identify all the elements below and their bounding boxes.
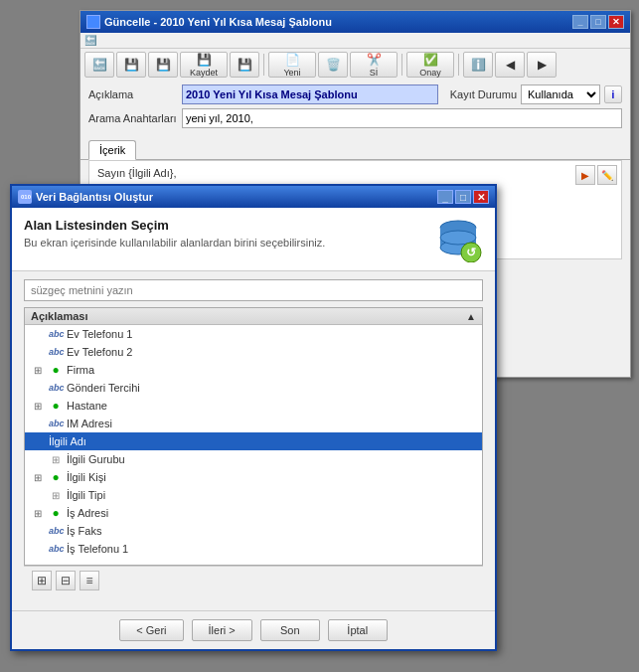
list-view-btn[interactable]: ≡ xyxy=(80,571,99,590)
abc-icon: abc xyxy=(49,526,63,536)
tab-nav-btns: ▶ ✏️ xyxy=(575,165,617,185)
kayit-label: Kayıt Durumu xyxy=(450,88,517,100)
list-item[interactable]: abc Gönderi Tercihi xyxy=(25,379,482,397)
list-item[interactable]: ⊞ ● Firma xyxy=(25,361,482,379)
list-item[interactable]: abc İş Telefonu 1 xyxy=(25,540,482,558)
fg-description: Bu ekran içerisinde kullanılabilir alanl… xyxy=(24,237,325,249)
bg-titlebar-controls[interactable]: _ □ ✕ xyxy=(572,15,624,29)
save-icon-1: 💾 xyxy=(124,58,139,72)
green-circle-icon: ● xyxy=(49,506,63,520)
list-item[interactable]: abc İş Faks xyxy=(25,522,482,540)
list-container: Açıklaması ▲ abc Ev Telefonu 1 abc Ev Te… xyxy=(24,307,483,566)
fg-header-text: Alan Listesinden Seçim Bu ekran içerisin… xyxy=(24,218,325,249)
svg-text:010: 010 xyxy=(21,194,32,200)
back-btn[interactable]: 🔙 xyxy=(84,52,114,78)
sep3 xyxy=(458,54,459,76)
kayit-info-btn[interactable]: i xyxy=(604,85,622,103)
fg-titlebar-left: 010 Veri Bağlantısı Oluştur xyxy=(18,190,153,204)
item-label: Ev Telefonu 2 xyxy=(67,346,132,358)
list-item-selected[interactable]: İlgili Adı xyxy=(25,432,482,450)
delete-icon: 🗑️ xyxy=(326,58,341,72)
grid-icon: ⊞ xyxy=(49,490,63,501)
expand-icon: ⊞ xyxy=(31,472,45,483)
fg-header: Alan Listesinden Seçim Bu ekran içerisin… xyxy=(12,208,495,271)
search-input[interactable] xyxy=(24,279,483,301)
fg-body: Açıklaması ▲ abc Ev Telefonu 1 abc Ev Te… xyxy=(12,271,495,602)
bg-menu-strip: 🔙 xyxy=(80,33,630,49)
si-icon: ✂️ xyxy=(367,53,382,67)
next-btn[interactable]: İleri > xyxy=(192,619,252,641)
item-label: İş Faks xyxy=(67,525,101,537)
fg-maximize-btn[interactable]: □ xyxy=(455,190,471,204)
save-btn-2[interactable]: 💾 xyxy=(148,52,178,78)
list-item[interactable]: ⊞ ● İlgili Kişi xyxy=(25,468,482,486)
list-item[interactable]: abc Ev Telefonu 2 xyxy=(25,343,482,361)
collapse-all-icon: ⊟ xyxy=(61,574,71,588)
tab-nav-edit[interactable]: ✏️ xyxy=(597,165,617,185)
fg-header-icon: ↺ xyxy=(433,218,483,262)
list-item[interactable]: abc Ev Telefonu 1 xyxy=(25,325,482,343)
finish-btn[interactable]: Son xyxy=(260,619,320,641)
kayit-select[interactable]: Kullanıda xyxy=(521,84,600,104)
svg-text:↺: ↺ xyxy=(466,246,476,259)
info-icon: ℹ️ xyxy=(471,58,486,72)
prev-btn[interactable]: ◀ xyxy=(495,52,525,78)
fg-controls[interactable]: _ □ ✕ xyxy=(437,190,489,204)
back-btn[interactable]: < Geri xyxy=(119,619,183,641)
onay-btn[interactable]: ✅ Onay xyxy=(406,52,454,78)
onay-label: Onay xyxy=(419,68,441,78)
onay-icon: ✅ xyxy=(423,53,438,67)
item-label: İlgili Tipi xyxy=(67,489,105,501)
arama-input[interactable] xyxy=(182,108,622,128)
bg-minimize-btn[interactable]: _ xyxy=(572,15,588,29)
bg-maximize-btn[interactable]: □ xyxy=(590,15,606,29)
next-btn[interactable]: ▶ xyxy=(527,52,557,78)
export-icon: 💾 xyxy=(238,58,252,72)
yeni-icon: 📄 xyxy=(285,53,300,67)
sep2 xyxy=(401,54,402,76)
list-item[interactable]: ⊞ İlgili Tipi xyxy=(25,486,482,504)
list-item[interactable]: ⊞ ● Hastane xyxy=(25,397,482,415)
bg-close-btn[interactable]: ✕ xyxy=(608,15,624,29)
fg-title-text: Veri Bağlantısı Oluştur xyxy=(36,191,153,203)
item-label: IM Adresi xyxy=(67,418,112,429)
fg-close-btn[interactable]: ✕ xyxy=(473,190,489,204)
si-btn[interactable]: ✂️ Sİ xyxy=(350,52,398,78)
fg-dialog: 010 Veri Bağlantısı Oluştur _ □ ✕ Alan L… xyxy=(10,184,497,651)
cancel-btn[interactable]: İptal xyxy=(328,619,388,641)
collapse-all-btn[interactable]: ⊟ xyxy=(56,571,76,590)
tab-text: Sayın {İlgili Adı}, xyxy=(97,167,177,179)
bg-window-title: Güncelle - 2010 Yeni Yıl Kısa Mesaj Şabl… xyxy=(104,16,332,28)
export-btn[interactable]: 💾 xyxy=(230,52,259,78)
list-item[interactable]: ⊞ İlgili Gurubu xyxy=(25,450,482,468)
item-label: İlgili Kişi xyxy=(67,471,106,483)
list-item[interactable]: abc IM Adresi xyxy=(25,415,482,432)
kayit-menu[interactable]: 🔙 xyxy=(84,35,96,46)
yeni-btn[interactable]: 📄 Yeni xyxy=(268,52,316,78)
abc-icon: abc xyxy=(49,347,63,357)
item-label: Firma xyxy=(67,364,94,376)
icerik-tab[interactable]: İçerik xyxy=(88,140,136,160)
tab-nav-left[interactable]: ▶ xyxy=(575,165,595,185)
save-btn-1[interactable]: 💾 xyxy=(116,52,146,78)
expand-all-btn[interactable]: ⊞ xyxy=(32,571,52,590)
abc-icon: abc xyxy=(49,544,63,554)
arama-row: Arama Anahtarları xyxy=(88,108,622,128)
info-btn[interactable]: ℹ️ xyxy=(463,52,493,78)
abc-icon: abc xyxy=(49,419,63,428)
list-items-area[interactable]: abc Ev Telefonu 1 abc Ev Telefonu 2 ⊞ ● … xyxy=(25,325,482,564)
list-item[interactable]: ⊞ ● İş Adresi xyxy=(25,504,482,522)
aciklama-input[interactable] xyxy=(182,84,438,104)
yeni-label: Yeni xyxy=(283,68,300,78)
list-scroll-arrow: ▲ xyxy=(466,311,476,322)
green-circle-icon: ● xyxy=(49,363,63,377)
tab-bar: İçerik xyxy=(80,136,630,160)
aciklama-row: Açıklama Kayıt Durumu Kullanıda i xyxy=(88,84,622,104)
fg-minimize-btn[interactable]: _ xyxy=(437,190,453,204)
kaydet-btn[interactable]: 💾 Kaydet xyxy=(180,52,228,78)
expand-icon: ⊞ xyxy=(31,508,45,519)
item-label: İlgili Gurubu xyxy=(67,453,125,465)
kaydet-icon: 💾 xyxy=(197,53,212,67)
list-header-label: Açıklaması xyxy=(31,310,87,322)
delete-btn[interactable]: 🗑️ xyxy=(318,52,348,78)
